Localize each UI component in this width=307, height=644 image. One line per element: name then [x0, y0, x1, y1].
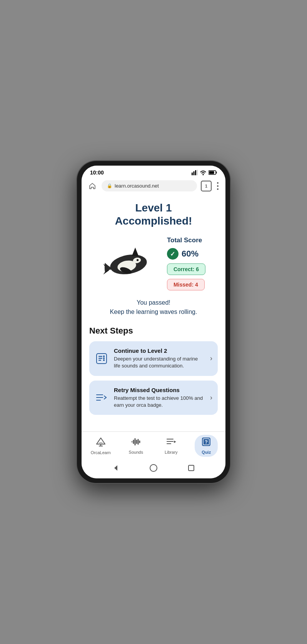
status-bar: 10:00	[82, 166, 225, 178]
menu-button[interactable]	[215, 181, 220, 191]
svg-rect-20	[103, 359, 105, 361]
quiz-active-bg: ? Quiz	[195, 435, 218, 457]
svg-rect-17	[98, 360, 101, 361]
nav-quiz[interactable]: ? Quiz	[195, 435, 218, 457]
check-icon: ✓	[167, 248, 179, 260]
step-card-retry[interactable]: Retry Missed Questions Reattempt the tes…	[89, 381, 218, 415]
svg-rect-2	[195, 170, 196, 175]
svg-rect-19	[103, 357, 105, 359]
wifi-icon	[200, 170, 207, 175]
library-icon	[166, 438, 176, 448]
phone-frame: 10:00	[77, 161, 230, 483]
svg-rect-0	[192, 173, 193, 175]
nav-quiz-label: Quiz	[202, 450, 211, 454]
svg-rect-44	[189, 465, 194, 471]
nav-sounds[interactable]: Sounds	[124, 438, 147, 454]
step-desc-retry: Reattempt the test to achieve 100% and e…	[114, 395, 205, 409]
svg-rect-6	[209, 171, 214, 174]
correct-badge: Correct: 6	[167, 263, 205, 275]
score-percent: ✓ 60%	[167, 248, 199, 260]
step-text-level2: Continue to Level 2 Deepen your understa…	[114, 347, 205, 369]
step-title-level2: Continue to Level 2	[114, 347, 205, 354]
title-line2: Accomplished!	[115, 215, 192, 227]
nav-orcalearn[interactable]: OrcaLearn	[89, 437, 112, 455]
step-arrow-retry: ›	[210, 394, 212, 402]
score-section: Total Score ✓ 60% Correct: 6 Missed: 4	[89, 236, 218, 290]
svg-point-10	[137, 259, 138, 261]
main-content: Level 1 Accomplished!	[82, 194, 225, 431]
step-card-level2[interactable]: Continue to Level 2 Deepen your understa…	[89, 341, 218, 376]
bottom-nav: OrcaLearn Sounds	[82, 431, 225, 459]
svg-marker-42	[114, 465, 117, 471]
level2-icon	[95, 352, 108, 366]
phone-screen: 10:00	[82, 166, 225, 478]
status-icons	[192, 170, 217, 175]
svg-point-43	[150, 465, 157, 471]
svg-rect-15	[98, 356, 102, 357]
step-text-retry: Retry Missed Questions Reattempt the tes…	[114, 387, 205, 409]
next-steps-title: Next Steps	[89, 326, 218, 336]
battery-icon	[209, 170, 217, 175]
percent-value: 60%	[182, 249, 199, 259]
missed-badge: Missed: 4	[167, 279, 205, 290]
title-line1: Level 1	[135, 202, 172, 214]
svg-rect-16	[98, 358, 102, 359]
pass-message: You passed! Keep the learning waves roll…	[89, 298, 218, 317]
svg-rect-5	[216, 172, 217, 174]
pass-message-line2: Keep the learning waves rolling.	[110, 309, 197, 315]
sounds-icon	[131, 438, 141, 448]
status-time: 10:00	[90, 169, 104, 176]
page-title: Level 1 Accomplished!	[89, 201, 218, 227]
svg-rect-18	[103, 356, 105, 357]
tab-button[interactable]: 1	[201, 181, 212, 191]
svg-text:?: ?	[205, 439, 208, 445]
step-desc-level2: Deepen your understanding of marine life…	[114, 356, 205, 369]
svg-rect-3	[197, 170, 198, 175]
orca-illustration	[102, 244, 155, 283]
nav-orcalearn-label: OrcaLearn	[91, 450, 111, 455]
url-text: learn.orcasound.net	[115, 183, 159, 189]
quiz-icon: ?	[202, 437, 211, 448]
svg-marker-11	[132, 248, 139, 256]
menu-dot-2	[217, 185, 219, 187]
score-info: Total Score ✓ 60% Correct: 6 Missed: 4	[167, 236, 205, 290]
menu-dot-3	[217, 188, 219, 190]
menu-dot-1	[217, 182, 219, 184]
nav-library-label: Library	[165, 450, 178, 454]
back-button[interactable]	[111, 463, 121, 473]
step-arrow-level2: ›	[210, 354, 212, 362]
nav-sounds-label: Sounds	[129, 450, 143, 454]
browser-bar: 🔒 learn.orcasound.net 1	[82, 178, 225, 194]
system-nav	[82, 459, 225, 478]
url-bar[interactable]: 🔒 learn.orcasound.net	[102, 180, 197, 191]
orcalearn-icon	[96, 437, 106, 449]
retry-icon	[95, 391, 108, 404]
svg-line-25	[104, 397, 106, 399]
score-label: Total Score	[167, 236, 202, 244]
svg-marker-38	[174, 441, 176, 443]
pass-message-line1: You passed!	[137, 299, 170, 306]
step-title-retry: Retry Missed Questions	[114, 387, 205, 393]
lock-icon: 🔒	[107, 183, 112, 188]
next-steps-section: Next Steps	[89, 326, 218, 415]
svg-rect-1	[194, 171, 195, 175]
nav-library[interactable]: Library	[160, 438, 183, 454]
recents-button[interactable]	[186, 463, 196, 473]
home-button[interactable]	[87, 181, 98, 191]
signal-icon	[192, 170, 198, 175]
home-circle-button[interactable]	[148, 463, 159, 473]
